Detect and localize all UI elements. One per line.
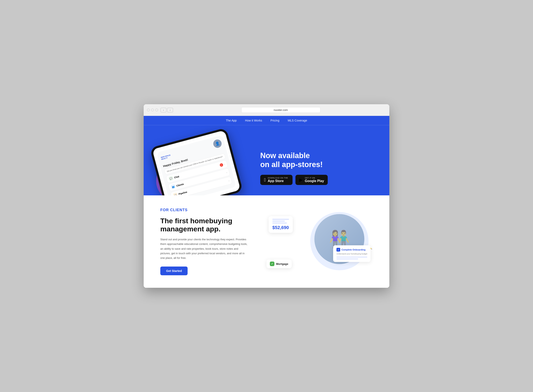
onboarding-line-2 [336, 258, 358, 259]
google-play-text: GET IT ON Google Play [305, 177, 324, 183]
mortgage-card: ✓ Mortgage [266, 259, 292, 268]
browser-chrome: ‹ › ruuster.com [144, 104, 389, 116]
price-bars [272, 219, 289, 224]
phone-row-chat-label: 💬 Chat [168, 174, 180, 181]
clients-right: 👫 $52,690 ✓ Mortgage ✏️ ✓ [260, 208, 373, 275]
dot-1 [147, 109, 150, 111]
google-play-main: Google Play [305, 179, 324, 183]
phone-row-clients-label: 👥 Clients [170, 182, 184, 189]
app-store-text: Download on the App Store [268, 177, 288, 183]
price-bar-2 [272, 220, 285, 222]
store-buttons:  Download on the App Store ▶ GET IT ON … [260, 175, 373, 185]
nav-how-it-works[interactable]: How it Works [245, 119, 262, 122]
site-nav: The App How it Works Pricing MLS Coverag… [144, 116, 389, 125]
mortgage-label: Mortgage [276, 262, 288, 266]
app-store-main: App Store [268, 179, 288, 183]
app-store-sub: Download on the [268, 177, 288, 179]
onboarding-line-1 [336, 257, 367, 258]
get-started-button[interactable]: Get Started [160, 266, 188, 275]
google-play-icon: ▶ [299, 177, 303, 183]
clients-description: Stand out and provide your clients the t… [160, 237, 248, 260]
forward-button[interactable]: › [167, 108, 173, 112]
phone-row-pipeline-label: 📋 Pipeline [173, 190, 188, 196]
app-store-button[interactable]:  Download on the App Store [260, 175, 292, 185]
nav-mls-coverage[interactable]: MLS Coverage [288, 119, 307, 122]
chat-icon: 💬 [168, 176, 174, 181]
onboarding-sub: Understand your homebuying budget [336, 253, 367, 255]
apple-icon:  [264, 177, 266, 183]
chat-badge: 2 [219, 163, 223, 167]
back-button[interactable]: ‹ [160, 108, 166, 112]
mortgage-check-icon: ✓ [270, 261, 274, 266]
phone-mockup: NEW SPACEREALTY 👤 Happy Friday, Brett! D… [150, 128, 243, 195]
hero-phone: NEW SPACEREALTY 👤 Happy Friday, Brett! D… [160, 134, 248, 195]
price-card: $52,690 [269, 216, 293, 233]
phone-avatar: 👤 [212, 139, 222, 149]
hero-section: NEW SPACEREALTY 👤 Happy Friday, Brett! D… [144, 125, 389, 195]
google-play-sub: GET IT ON [305, 177, 324, 179]
phone-logo: NEW SPACEREALTY [161, 154, 171, 160]
price-bar-3 [272, 222, 287, 224]
nav-the-app[interactable]: The App [226, 119, 237, 122]
google-play-button[interactable]: ▶ GET IT ON Google Play [295, 175, 328, 185]
hero-content: Now available on all app-stores!  Downl… [248, 151, 373, 196]
browser-dots [147, 109, 158, 111]
dot-2 [151, 109, 154, 111]
hero-title: Now available on all app-stores! [260, 151, 373, 169]
onboarding-card: ✓ Complete Onboarding Understand your ho… [333, 245, 371, 262]
clients-headline: The first homebuying management app. [160, 217, 248, 233]
browser-window: ‹ › ruuster.com The App How it Works Pri… [144, 104, 389, 288]
nav-pricing[interactable]: Pricing [270, 119, 279, 122]
pipeline-icon: 📋 [173, 192, 178, 195]
nav-buttons: ‹ › [160, 108, 173, 112]
onboarding-check-icon: ✓ [336, 248, 340, 252]
address-bar[interactable]: ruuster.com [241, 107, 321, 113]
clients-left: FOR CLIENTS The first homebuying managem… [160, 208, 248, 275]
clients-icon: 👥 [170, 184, 175, 189]
onboarding-title: ✓ Complete Onboarding [336, 248, 367, 252]
phone-screen: NEW SPACEREALTY 👤 Happy Friday, Brett! D… [156, 135, 236, 195]
for-clients-label: FOR CLIENTS [160, 208, 248, 212]
price-bar-1 [272, 219, 289, 220]
onboarding-lines [336, 257, 367, 259]
dot-3 [155, 109, 158, 111]
clients-section: FOR CLIENTS The first homebuying managem… [144, 195, 389, 288]
price-amount: $52,690 [272, 225, 289, 230]
